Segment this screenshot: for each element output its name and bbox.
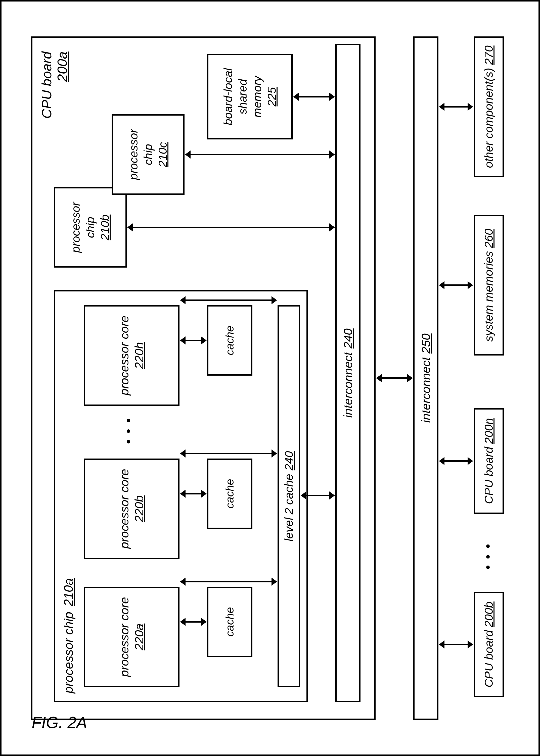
proc-chip-ref: 210a <box>62 578 76 606</box>
proc-chip-b: processor chip 210b <box>54 187 127 268</box>
sys-mem-ref: 260 <box>482 229 495 248</box>
arrow-board-ict250 <box>381 378 408 379</box>
cpu-board-b-ref: 200b <box>482 601 495 627</box>
core-b-ref: 220b <box>132 495 146 522</box>
l1-h-line2: cache 230h <box>223 326 236 355</box>
l1-h: level 1cache 230h <box>207 305 252 376</box>
arrow-bot-c <box>444 284 469 286</box>
cpu-board-n-ref: 200n <box>482 418 495 444</box>
arrow-bot-a <box>444 644 469 645</box>
proc-chip-label: processor chip 210a <box>61 578 76 693</box>
interconnect-top: interconnect 240 <box>336 44 360 702</box>
core-b: processor core220b <box>84 459 180 559</box>
cpu-board-b-text: CPU board <box>482 630 495 688</box>
arrow-core-l2-a <box>185 581 273 583</box>
arrow-bot-b <box>444 460 469 462</box>
core-a: processor core220a <box>84 587 180 687</box>
core-a-ref: 220a <box>132 623 146 650</box>
local-mem-l3: memory <box>250 76 264 117</box>
local-mem: board-local shared memory 225 <box>207 54 293 140</box>
local-mem-ref: 225 <box>265 87 279 106</box>
l2-ref: 240 <box>282 451 296 470</box>
arrow-l2-ict <box>305 495 330 496</box>
proc-chip-c-ref: 210c <box>156 142 170 167</box>
arrow-bot-d <box>444 106 469 108</box>
interconnect-top-text: interconnect <box>341 352 355 418</box>
proc-chip-b-l1: processor <box>69 202 82 253</box>
l1-b-line2: cache 230b <box>223 479 236 508</box>
cpu-board-text: CPU board <box>39 52 54 119</box>
l1-b: level 1cache 230b <box>207 459 252 529</box>
cpu-board-ref: 200a <box>54 52 70 119</box>
other-comp: other component(s) 270 <box>473 37 504 177</box>
l2-cache: level 2 cache 240 <box>278 305 300 687</box>
l1-a-line2: cache 230a <box>223 607 236 636</box>
core-ellipsis <box>127 419 130 443</box>
bottom-ellipsis <box>486 544 490 569</box>
sys-mem: system memories 260 <box>473 215 504 356</box>
proc-chip-text: processor chip <box>62 611 76 693</box>
sys-mem-text: system memories <box>482 251 495 341</box>
cpu-board-n: CPU board 200n <box>473 408 504 514</box>
arrow-core-l2-h <box>185 299 273 301</box>
proc-chip-b-ref: 210b <box>98 214 112 240</box>
arrow-210c-ict <box>190 154 330 155</box>
l2-text: level 2 cache <box>282 474 296 541</box>
core-b-line1: processor core <box>117 469 131 548</box>
local-mem-l1: board-local <box>221 68 235 125</box>
local-mem-l2: shared <box>236 79 249 114</box>
interconnect-bot: interconnect 250 <box>413 37 439 720</box>
arrow-core-l1-a <box>185 621 202 623</box>
core-h-line1: processor core <box>117 316 131 395</box>
core-a-line1: processor core <box>117 597 131 677</box>
cpu-board-label: CPU board 200a <box>39 52 70 119</box>
arrow-core-l2-b <box>185 453 273 454</box>
core-h: processor core220h <box>84 305 180 406</box>
arrow-210b-ict <box>132 227 330 228</box>
proc-chip-c-l2: chip <box>141 144 155 165</box>
interconnect-bot-ref: 250 <box>419 333 433 354</box>
proc-chip-c-l1: processor <box>127 129 140 180</box>
core-h-ref: 220h <box>132 342 146 369</box>
cpu-board-b: CPU board 200b <box>473 592 504 697</box>
proc-chip-b-l2: chip <box>83 217 97 238</box>
arrow-core-l1-b <box>185 493 202 494</box>
interconnect-bot-text: interconnect <box>419 357 433 423</box>
l1-a: level 1cache 230a <box>207 587 252 657</box>
other-comp-text: other component(s) <box>482 67 495 168</box>
arrow-locmem-ict <box>298 96 330 97</box>
cpu-board-n-text: CPU board <box>482 447 495 504</box>
figure-label: FIG. 2A <box>32 713 87 732</box>
arrow-core-l1-h <box>185 340 202 341</box>
proc-chip-c: processor chip 210c <box>112 114 185 195</box>
interconnect-top-ref: 240 <box>341 328 355 349</box>
other-comp-ref: 270 <box>482 46 495 65</box>
